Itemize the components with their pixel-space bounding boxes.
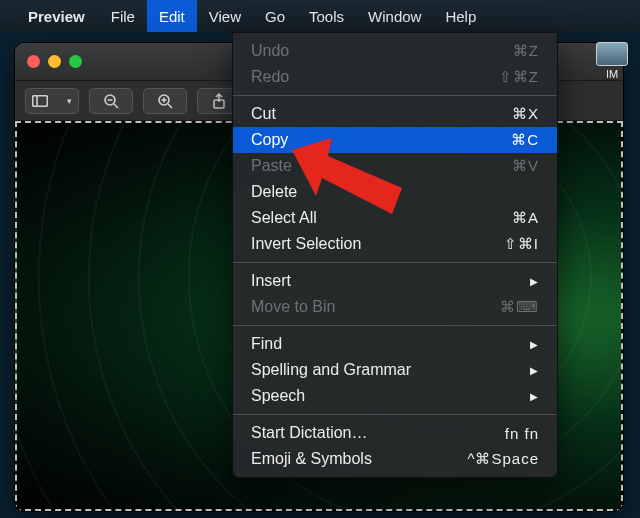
file-thumbnail-icon: [596, 42, 628, 66]
menu-item-label: Paste: [251, 157, 292, 175]
svg-line-6: [168, 104, 172, 108]
menu-separator: [233, 95, 557, 96]
menu-item-label: Undo: [251, 42, 289, 60]
menu-item-select-all[interactable]: Select All⌘A: [233, 205, 557, 231]
menubar: Preview File Edit View Go Tools Window H…: [0, 0, 640, 32]
menu-help[interactable]: Help: [433, 0, 488, 32]
menu-item-invert-selection[interactable]: Invert Selection⇧⌘I: [233, 231, 557, 257]
menu-item-label: Redo: [251, 68, 289, 86]
menu-tools[interactable]: Tools: [297, 0, 356, 32]
menu-separator: [233, 262, 557, 263]
menu-item-find[interactable]: Find: [233, 331, 557, 357]
share-icon: [212, 93, 226, 109]
menu-item-copy[interactable]: Copy⌘C: [233, 127, 557, 153]
menu-go[interactable]: Go: [253, 0, 297, 32]
close-button[interactable]: [27, 55, 40, 68]
menu-item-spelling-and-grammar[interactable]: Spelling and Grammar: [233, 357, 557, 383]
menu-shortcut: ⌘V: [512, 157, 539, 175]
menu-item-label: Move to Bin: [251, 298, 335, 316]
menu-item-label: Invert Selection: [251, 235, 361, 253]
menu-shortcut: fn fn: [505, 425, 539, 442]
zoom-out-button[interactable]: [89, 88, 133, 114]
menu-shortcut: ⇧⌘Z: [499, 68, 539, 86]
menu-item-emoji-symbols[interactable]: Emoji & Symbols^⌘Space: [233, 446, 557, 472]
zoom-button[interactable]: [69, 55, 82, 68]
sidebar-view-button[interactable]: ▾: [25, 88, 79, 114]
menu-item-paste: Paste⌘V: [233, 153, 557, 179]
menu-item-insert[interactable]: Insert: [233, 268, 557, 294]
menu-file[interactable]: File: [99, 0, 147, 32]
menu-item-label: Start Dictation…: [251, 424, 367, 442]
traffic-lights: [27, 55, 82, 68]
menu-item-label: Delete: [251, 183, 297, 201]
menu-item-start-dictation[interactable]: Start Dictation…fn fn: [233, 420, 557, 446]
submenu-arrow-icon: [530, 365, 539, 376]
app-name[interactable]: Preview: [28, 8, 85, 25]
menu-shortcut: ⌘Z: [513, 42, 539, 60]
menu-item-label: Find: [251, 335, 282, 353]
menu-item-move-to-bin: Move to Bin⌘⌨: [233, 294, 557, 320]
menu-item-label: Insert: [251, 272, 291, 290]
menu-item-cut[interactable]: Cut⌘X: [233, 101, 557, 127]
menu-shortcut: ^⌘Space: [467, 450, 539, 468]
menu-separator: [233, 325, 557, 326]
menu-item-label: Spelling and Grammar: [251, 361, 411, 379]
menu-item-label: Emoji & Symbols: [251, 450, 372, 468]
submenu-arrow-icon: [530, 339, 539, 350]
minimize-button[interactable]: [48, 55, 61, 68]
menu-shortcut: ⇧⌘I: [504, 235, 539, 253]
submenu-arrow-icon: [530, 391, 539, 402]
svg-rect-0: [33, 95, 48, 106]
menu-item-redo: Redo⇧⌘Z: [233, 64, 557, 90]
menu-item-label: Select All: [251, 209, 317, 227]
menu-shortcut: ⌘⌨: [500, 298, 539, 316]
menu-item-undo: Undo⌘Z: [233, 38, 557, 64]
menu-item-label: Copy: [251, 131, 288, 149]
desktop-file[interactable]: IM: [590, 42, 634, 80]
sidebar-icon: [32, 95, 48, 107]
menu-shortcut: ⌘X: [512, 105, 539, 123]
menu-edit[interactable]: Edit: [147, 0, 197, 32]
zoom-out-icon: [103, 93, 119, 109]
menu-shortcut: ⌘C: [511, 131, 539, 149]
menu-item-label: Speech: [251, 387, 305, 405]
menu-item-speech[interactable]: Speech: [233, 383, 557, 409]
menu-view[interactable]: View: [197, 0, 253, 32]
svg-line-3: [114, 104, 118, 108]
menu-item-delete[interactable]: Delete: [233, 179, 557, 205]
menu-separator: [233, 414, 557, 415]
chevron-down-icon: ▾: [67, 96, 72, 106]
menu-window[interactable]: Window: [356, 0, 433, 32]
edit-dropdown-menu: Undo⌘ZRedo⇧⌘ZCut⌘XCopy⌘CPaste⌘VDeleteSel…: [232, 32, 558, 478]
menu-shortcut: ⌘A: [512, 209, 539, 227]
zoom-in-icon: [157, 93, 173, 109]
zoom-in-button[interactable]: [143, 88, 187, 114]
submenu-arrow-icon: [530, 276, 539, 287]
menu-item-label: Cut: [251, 105, 276, 123]
file-name: IM: [606, 68, 618, 80]
